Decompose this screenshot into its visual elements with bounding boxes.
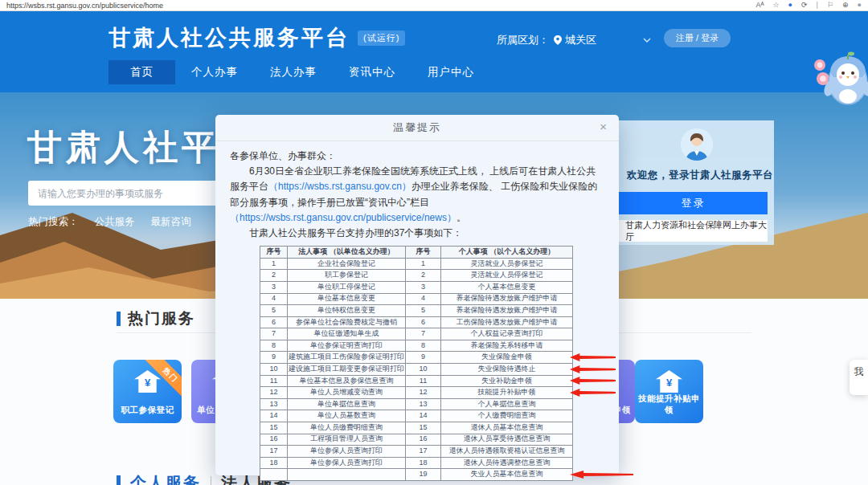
personal-item-cell: 养老保险关系转移申请 (441, 340, 573, 352)
favorites-icon[interactable]: ☆ (773, 2, 780, 9)
table-row: 11单位基本信息及参保信息查询11失业补助金申领 (260, 375, 573, 387)
site-title-text: 甘肃人社公共服务平台 (108, 23, 350, 52)
notice-summary: 甘肃人社公共服务平台支持办理的37个事项如下： (230, 226, 604, 241)
legal-index-cell: 17 (260, 446, 288, 458)
notice-link-home[interactable]: （https://wsbs.rst.gansu.gov.cn） (268, 181, 411, 192)
nav-tab-home[interactable]: 首页 (108, 60, 175, 84)
legal-item-cell: 单位人员缴费明细查询 (288, 422, 406, 434)
modal-title: 温馨提示 (393, 120, 441, 135)
legal-index-cell: 16 (260, 434, 288, 446)
consult-floating-widget[interactable]: 我 (850, 360, 868, 395)
section-title: 热门服务 (128, 308, 195, 329)
legal-index-cell: 1 (260, 258, 288, 270)
red-arrow-annotation (570, 389, 616, 397)
table-row: 7单位征缴通知单生成7个人权益记录查询打印 (260, 328, 573, 340)
extension-badge-icon[interactable]: ● (788, 2, 792, 9)
personal-index-cell: 16 (406, 434, 441, 446)
notice-greeting: 各参保单位、办事群众： (230, 149, 604, 164)
personal-index-cell: 15 (406, 422, 441, 434)
location-pin-icon (554, 35, 562, 45)
table-row: 15单位人员缴费明细查询15退休人员基本信息查询 (260, 422, 573, 434)
notice-modal: 温馨提示 × 各参保单位、办事群众： 6月30日全省企业职工养老保险全国统筹系统… (215, 115, 619, 475)
browser-essentials-icon[interactable]: ⊕ (842, 2, 849, 9)
col-header-index-legal: 序号 (260, 247, 288, 259)
collections-icon[interactable]: ⟳ (801, 2, 808, 9)
service-items-table: 序号 法人事项 （以单位名义办理） 序号 个人事项 （以个人名义办理） 1企业社… (260, 246, 573, 481)
nav-tab-legal[interactable]: 法人办事 (254, 60, 333, 84)
text-size-icon[interactable]: Aᴬ (755, 2, 764, 9)
personal-index-cell: 11 (406, 375, 441, 387)
legal-index-cell: 4 (260, 293, 288, 305)
legal-index-cell: 7 (260, 328, 288, 340)
nav-tab-news[interactable]: 资讯中心 (333, 60, 411, 84)
legal-index-cell: 14 (260, 410, 288, 422)
personal-item-cell: 退休人员待遇领取资格认证信息查询 (441, 446, 573, 458)
legal-item-cell: 建设施工项目工期变更参保证明打印 (288, 364, 406, 376)
legal-index-cell: 6 (260, 316, 288, 328)
register-login-button[interactable]: 注册 / 登录 (664, 29, 731, 47)
legal-index-cell: 12 (260, 387, 288, 399)
legal-item-cell: 单位基本信息及参保信息查询 (288, 375, 406, 387)
favorites-bar-icon[interactable]: ⚐ (827, 2, 833, 9)
red-arrow-annotation (570, 377, 616, 385)
close-icon[interactable]: × (600, 120, 608, 132)
trial-badge: (试运行) (358, 31, 405, 46)
personal-item-cell: 失业人员基本信息查询 (441, 469, 573, 481)
legal-item-cell: 职工参保登记 (288, 270, 406, 282)
personal-index-cell: 5 (406, 305, 441, 317)
legal-index-cell: 10 (260, 364, 288, 376)
mascot-assistant[interactable] (806, 48, 868, 109)
legal-index-cell (260, 469, 288, 481)
service-card-label: 技能提升补贴申领 (635, 393, 703, 416)
service-card-label: 职工参保登记 (113, 405, 182, 416)
personal-item-cell: 个人基本信息变更 (441, 281, 573, 293)
notice-link-news[interactable]: （https://wsbs.rst.gansu.gov.cn/publicser… (230, 212, 457, 223)
section-title-bar (117, 312, 121, 326)
nav-tab-personal[interactable]: 个人办事 (175, 60, 254, 84)
personal-index-cell: 18 (406, 457, 441, 469)
legal-item-cell: 单位职工停保登记 (288, 281, 406, 293)
service-card-skill-subsidy[interactable]: ¥ 技能提升补贴申领 (635, 360, 703, 423)
chevron-down-icon[interactable] (643, 38, 651, 43)
personal-item-cell: 灵活就业人员停保登记 (441, 270, 573, 282)
modal-table-body: 1企业社会保险登记1灵活就业人员参保登记2职工参保登记2灵活就业人员停保登记3单… (260, 258, 573, 480)
table-row: 8单位参保证明查询打印8养老保险关系转移申请 (260, 340, 573, 352)
personal-item-cell: 个人权益记录查询打印 (441, 328, 573, 340)
hot-search-link-news[interactable]: 最新咨询 (151, 215, 191, 229)
legal-item-cell: 参保单位社会保险费核定与撤销 (288, 316, 406, 328)
personal-index-cell: 3 (406, 281, 441, 293)
hot-search-link-public[interactable]: 公共服务 (95, 215, 135, 229)
house-yen-icon: ¥ (656, 370, 682, 393)
legal-item-cell: 单位人员基数查询 (288, 410, 406, 422)
browser-address-bar[interactable]: https://wsbs.rst.gansu.gov.cn/publicserv… (0, 0, 868, 11)
profile-icon[interactable]: ● (858, 2, 862, 9)
login-button[interactable]: 登录 (619, 192, 768, 214)
legal-item-cell: 单位参保人员查询打印 (288, 457, 406, 469)
service-card-employee-registration[interactable]: 热门 ¥ 职工参保登记 (113, 360, 182, 423)
house-yen-icon: ¥ (134, 370, 161, 393)
legal-item-cell: 单位参保人员查询打印 (288, 446, 406, 458)
personal-index-cell: 14 (406, 410, 441, 422)
region-selector[interactable]: 所属区划： 城关区 (497, 33, 651, 47)
table-row: 2职工参保登记2灵活就业人员停保登记 (260, 270, 573, 282)
personal-index-cell: 6 (406, 316, 441, 328)
url-text[interactable]: https://wsbs.rst.gansu.gov.cn/publicserv… (6, 2, 163, 10)
personal-index-cell: 12 (406, 387, 441, 399)
personal-index-cell: 9 (406, 352, 441, 364)
tab-personal-services[interactable]: 个人服务 (130, 472, 201, 485)
split-divider-icon[interactable]: | (817, 2, 818, 9)
portal-link[interactable]: 甘肃人力资源和社会保障网上办事大厅 (619, 220, 768, 242)
legal-item-cell: 单位征缴通知单生成 (288, 328, 406, 340)
table-row: 6参保单位社会保险费核定与撤销6工伤保险待遇发放账户维护申请 (260, 316, 573, 328)
col-header-personal-items: 个人事项 （以个人名义办理） (441, 247, 573, 259)
nav-tab-user[interactable]: 用户中心 (411, 60, 490, 84)
main-nav: 首页 个人办事 法人办事 资讯中心 用户中心 (108, 60, 490, 84)
personal-item-cell: 退休人员基本信息查询 (441, 422, 573, 434)
table-row: 14单位人员基数查询14个人缴费明细查询 (260, 410, 573, 422)
personal-index-cell: 2 (406, 270, 441, 282)
personal-index-cell: 1 (406, 258, 441, 270)
legal-item-cell (288, 469, 406, 481)
browser-toolbar-icons: Aᴬ☆●⟳|⚐⊕● (755, 2, 862, 9)
site-header: 甘肃人社公共服务平台 (试运行) 所属区划： 城关区 注册 / 登录 首页 个人… (0, 11, 868, 92)
hot-search-row: 热门搜索： 公共服务 最新咨询 (28, 215, 191, 229)
